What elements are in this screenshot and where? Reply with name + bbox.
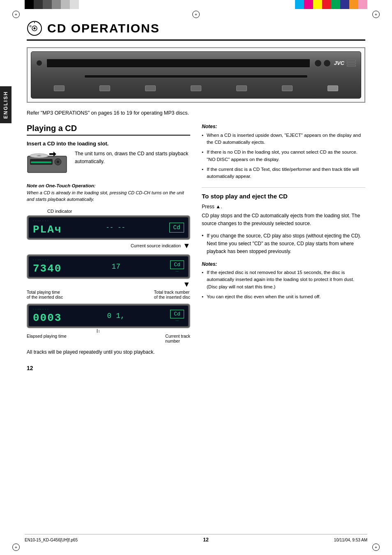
stop-body-text: CD play stops and the CD automatically e… <box>202 212 365 228</box>
footer-center: 12 <box>203 537 208 543</box>
display2-main-text: 7340 <box>33 263 62 275</box>
display3-track: 0 1, <box>107 312 125 320</box>
display1-inner: · · ··· · · · PLAч -- -- Cd <box>29 217 188 238</box>
main-content: Playing a CD Insert a CD into the loadin… <box>27 124 365 356</box>
display3-indicator-line: | <box>27 329 190 333</box>
bottom-marks: + + <box>12 543 380 551</box>
display3-outer: · · ··· · · · 0003 0 1, Cd ···· <box>27 304 190 328</box>
press-eject-text: Press ▲. <box>202 204 365 210</box>
right-column: Notes: • When a CD is inserted upside do… <box>202 124 365 356</box>
device-display <box>46 59 310 68</box>
display2-outer: · · ··· · · · 7340 17 Cd ···· <box>27 254 190 279</box>
note-item-2: • If there is no CD in the loading slot,… <box>202 149 365 163</box>
display2-label-left: Total playing timeof the inserted disc <box>27 290 63 299</box>
notes-title: Notes: <box>202 124 365 129</box>
device-btn-round2 <box>323 60 331 67</box>
cd-insert-illustration <box>27 150 70 178</box>
display3-right: Cd ···· <box>170 310 184 322</box>
device-btn1 <box>54 85 65 91</box>
device-btn-round1 <box>314 60 322 67</box>
stop-bullet-1: • If you change the source, CD play also… <box>202 232 365 256</box>
jvc-logo: JVC <box>334 60 344 66</box>
display1-arrow: ▼ <box>183 242 190 250</box>
device-btn6 <box>282 85 293 91</box>
reg-mark-center: + <box>192 11 200 18</box>
color-block-red <box>322 0 331 9</box>
insert-illustration-row: The unit turns on, draws the CD and star… <box>27 150 190 178</box>
display2-side-box: Cd <box>170 260 184 269</box>
svg-point-12 <box>38 155 40 156</box>
device-btn4 <box>191 85 201 91</box>
reg-mark-right: + <box>372 11 380 18</box>
language-tab: ENGLISH <box>0 86 12 123</box>
page-title: CD OPERATIONS <box>47 21 160 35</box>
color-block-orange <box>349 0 358 9</box>
footer-right: 10/11/04, 9:53 AM <box>334 538 367 542</box>
display3-main-text: 0003 <box>33 312 62 324</box>
notes-section: Notes: • When a CD is inserted upside do… <box>202 124 365 180</box>
color-block-black <box>25 0 34 9</box>
stop-notes: Notes: • If the ejected disc is not remo… <box>202 261 365 300</box>
svg-rect-7 <box>31 161 51 163</box>
display2-inner: · · ··· · · · 7340 17 Cd ···· <box>29 256 188 277</box>
color-block-lightest <box>70 0 79 9</box>
display2-top-indicators: · · ··· · · · <box>33 258 48 261</box>
display2-label-right: Total track numberof the inserted disc <box>154 290 190 299</box>
display3-container: · · ··· · · · 0003 0 1, Cd ···· | <box>27 304 190 343</box>
insert-subsection-title: Insert a CD into the loading slot. <box>27 140 190 147</box>
note-item-1: • When a CD is inserted upside down, "EJ… <box>202 132 365 146</box>
display1-right-box: Cd <box>169 223 184 233</box>
display1-top-indicators: · · ··· · · · <box>33 219 48 222</box>
page-number: 12 <box>27 365 33 371</box>
display1-label-above: CD indicator <box>47 209 190 214</box>
color-block-yellow <box>313 0 322 9</box>
playing-cd-title: Playing a CD <box>27 124 190 136</box>
svg-point-9 <box>57 161 59 163</box>
device-btn5 <box>236 85 247 91</box>
stop-note-2: • You can eject the disc even when the u… <box>202 293 365 300</box>
cd-slot <box>84 75 308 78</box>
insert-body-text: The unit turns on, draws the CD and star… <box>75 150 190 166</box>
intro-text: Refer "MP3 OPERATIONS" on pages 16 to 19… <box>27 109 365 117</box>
display2-labels: Total playing timeof the inserted disc T… <box>27 290 190 299</box>
page-number-section: 12 <box>27 364 365 372</box>
color-block-lightgray <box>52 0 61 9</box>
display2-track: 17 <box>111 263 120 271</box>
stop-notes-title: Notes: <box>202 261 365 267</box>
display2-container: · · ··· · · · 7340 17 Cd ···· <box>27 254 190 299</box>
stop-notes-list: • If the ejected disc is not removed for… <box>202 269 365 300</box>
display1-container: CD indicator · · ··· · · · PLAч -- -- Cd <box>27 209 190 250</box>
color-block-pink <box>358 0 367 9</box>
all-tracks-text: All tracks will be played repeatedly unt… <box>27 348 190 356</box>
device-knob-left <box>36 60 42 66</box>
device-btn7 <box>327 85 338 91</box>
reg-mark-bottom-right: + <box>372 543 380 551</box>
display2-right: Cd ···· <box>170 260 184 273</box>
page-title-section: ⊙ CD OPERATIONS <box>27 21 365 41</box>
note-item-3: • If the current disc is a CD Text, disc… <box>202 166 365 180</box>
footer-left: EN10-15_KD-G456[UH]f.p65 <box>25 538 78 542</box>
display1-middle: -- -- <box>106 224 125 231</box>
display3-inner: · · ··· · · · 0003 0 1, Cd ···· <box>29 306 188 326</box>
display2-small-text: ···· <box>175 270 179 273</box>
display3-side-box: Cd <box>170 310 184 318</box>
left-column: Playing a CD Insert a CD into the loadin… <box>27 124 190 356</box>
display3-label-right: Current tracknumber <box>165 334 190 343</box>
cd-icon: ⊙ <box>27 21 42 36</box>
reg-mark-bottom-left: + <box>12 543 20 551</box>
note-one-touch-label: Note on One-Touch Operation: <box>27 183 190 188</box>
reg-mark-left: + <box>12 11 20 18</box>
device-image-box: JVC <box>27 47 365 103</box>
svg-point-3 <box>34 22 35 23</box>
display3-label-left: Elapsed playing time <box>27 334 67 343</box>
note-one-touch: Note on One-Touch Operation: When a CD i… <box>27 183 190 203</box>
stop-note-1: • If the ejected disc is not removed for… <box>202 269 365 290</box>
svg-text:⊙: ⊙ <box>29 25 32 28</box>
display3-small-text: ···· <box>175 319 179 322</box>
display3-top-indicators: · · ··· · · · <box>33 308 48 311</box>
display1-annotation-row: Current source indication ▼ <box>27 242 190 250</box>
color-block-dark <box>34 0 43 9</box>
device-btn2 <box>99 85 110 91</box>
color-block-cyan <box>295 0 304 9</box>
stop-section-title: To stop play and eject the CD <box>202 193 365 200</box>
